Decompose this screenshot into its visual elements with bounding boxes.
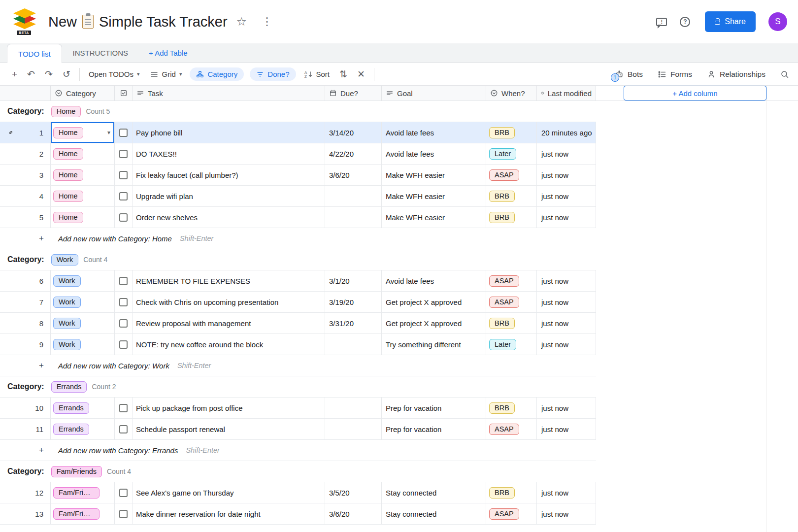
modified-cell[interactable]: just now bbox=[537, 419, 596, 439]
star-icon[interactable]: ☆ bbox=[236, 15, 247, 29]
row-height-icon[interactable]: ⇅ bbox=[334, 69, 352, 79]
done-checkbox[interactable] bbox=[119, 129, 128, 137]
done-checkbox[interactable] bbox=[119, 277, 128, 285]
group-by-button[interactable]: Category bbox=[190, 67, 244, 81]
when-cell[interactable]: ASAP bbox=[486, 165, 537, 185]
modified-cell[interactable]: just now bbox=[537, 186, 596, 206]
task-cell[interactable]: Pay phone bill bbox=[133, 122, 325, 143]
avatar[interactable]: S bbox=[768, 12, 787, 31]
goal-cell[interactable]: Stay connected bbox=[382, 503, 486, 524]
goal-cell[interactable]: Avoid late fees bbox=[382, 122, 486, 143]
add-row[interactable]: + Add new row with Category: Work Shift-… bbox=[0, 355, 596, 376]
due-cell[interactable]: 3/31/20 bbox=[325, 313, 382, 333]
forms-button[interactable]: Forms bbox=[658, 70, 692, 79]
when-cell[interactable]: BRB bbox=[486, 207, 537, 228]
layout-selector[interactable]: Grid ▾ bbox=[145, 70, 187, 79]
due-cell[interactable]: 4/22/20 bbox=[325, 143, 382, 164]
done-checkbox[interactable] bbox=[119, 150, 128, 158]
category-cell[interactable]: Home ▾ bbox=[51, 165, 115, 185]
row-number-cell[interactable]: 9 bbox=[0, 334, 51, 355]
due-cell[interactable]: 3/14/20 bbox=[325, 122, 382, 143]
add-row-toolbar-icon[interactable]: + bbox=[7, 69, 22, 79]
done-checkbox[interactable] bbox=[119, 425, 128, 433]
done-checkbox[interactable] bbox=[119, 171, 128, 179]
when-cell[interactable]: BRB bbox=[486, 482, 537, 503]
done-cell[interactable] bbox=[115, 313, 133, 333]
modified-cell[interactable]: just now bbox=[537, 398, 596, 418]
modified-cell[interactable]: just now bbox=[537, 482, 596, 503]
sort-button[interactable]: A Z Sort bbox=[299, 70, 335, 79]
category-cell[interactable]: Errands ▾ bbox=[51, 398, 115, 418]
column-header-done[interactable] bbox=[115, 86, 133, 100]
row-number-cell[interactable]: 11 bbox=[0, 419, 51, 439]
modified-cell[interactable]: just now bbox=[537, 334, 596, 355]
category-cell[interactable]: Home ▾ bbox=[51, 122, 115, 143]
task-cell[interactable]: Pick up package from post office bbox=[133, 398, 325, 418]
done-cell[interactable] bbox=[115, 334, 133, 355]
due-cell[interactable] bbox=[325, 419, 382, 439]
when-cell[interactable]: BRB bbox=[486, 313, 537, 333]
category-cell[interactable]: Work ▾ bbox=[51, 334, 115, 355]
task-cell[interactable]: Make dinner reservation for date night bbox=[133, 503, 325, 524]
done-cell[interactable] bbox=[115, 165, 133, 185]
row-number-cell[interactable]: 8 bbox=[0, 313, 51, 333]
history-icon[interactable]: ↺ bbox=[58, 69, 75, 79]
row-number-cell[interactable]: 10 bbox=[0, 398, 51, 418]
column-header-goal[interactable]: Goal bbox=[382, 86, 486, 100]
due-cell[interactable] bbox=[325, 186, 382, 206]
done-cell[interactable] bbox=[115, 122, 133, 143]
task-cell[interactable]: Check with Chris on upcoming presentatio… bbox=[133, 292, 325, 312]
done-checkbox[interactable] bbox=[119, 489, 128, 497]
tab-instructions[interactable]: INSTRUCTIONS bbox=[62, 43, 139, 63]
row-number-cell[interactable]: 3 bbox=[0, 165, 51, 185]
when-cell[interactable]: ASAP bbox=[486, 503, 537, 524]
modified-cell[interactable]: just now bbox=[537, 503, 596, 524]
done-checkbox[interactable] bbox=[119, 510, 128, 518]
goal-cell[interactable]: Prep for vacation bbox=[382, 398, 486, 418]
view-selector[interactable]: Open TODOs ▾ bbox=[84, 70, 145, 78]
done-checkbox[interactable] bbox=[119, 340, 128, 349]
done-checkbox[interactable] bbox=[119, 404, 128, 412]
due-cell[interactable]: 3/19/20 bbox=[325, 292, 382, 312]
due-cell[interactable] bbox=[325, 207, 382, 228]
done-cell[interactable] bbox=[115, 270, 133, 291]
modified-cell[interactable]: just now bbox=[537, 313, 596, 333]
done-checkbox[interactable] bbox=[119, 213, 128, 222]
tab-todo-list[interactable]: TODO list bbox=[7, 44, 62, 63]
when-cell[interactable]: Later bbox=[486, 334, 537, 355]
row-number-cell[interactable]: 7 bbox=[0, 292, 51, 312]
when-cell[interactable]: ASAP bbox=[486, 419, 537, 439]
category-cell[interactable]: Home ▾ bbox=[51, 143, 115, 164]
task-cell[interactable]: Review proposal with management bbox=[133, 313, 325, 333]
modified-cell[interactable]: just now bbox=[537, 207, 596, 228]
done-cell[interactable] bbox=[115, 207, 133, 228]
goal-cell[interactable]: Make WFH easier bbox=[382, 165, 486, 185]
column-header-category[interactable]: Category bbox=[51, 86, 115, 100]
done-cell[interactable] bbox=[115, 186, 133, 206]
add-row[interactable]: + Add new row with Category: Home Shift-… bbox=[0, 228, 596, 249]
task-cell[interactable]: REMEMBER TO FILE EXPENSES bbox=[133, 270, 325, 291]
category-cell[interactable]: Errands ▾ bbox=[51, 419, 115, 439]
column-header-modified[interactable]: Last modified bbox=[537, 86, 596, 100]
undo-icon[interactable]: ↶ bbox=[22, 69, 40, 79]
done-cell[interactable] bbox=[115, 143, 133, 164]
goal-cell[interactable]: Make WFH easier bbox=[382, 186, 486, 206]
due-cell[interactable] bbox=[325, 398, 382, 418]
category-cell[interactable]: Home ▾ bbox=[51, 207, 115, 228]
goal-cell[interactable]: Prep for vacation bbox=[382, 419, 486, 439]
done-checkbox[interactable] bbox=[119, 319, 128, 328]
when-cell[interactable]: BRB bbox=[486, 186, 537, 206]
share-button[interactable]: Share bbox=[705, 11, 756, 32]
task-cell[interactable]: Schedule passport renewal bbox=[133, 419, 325, 439]
row-number-cell[interactable]: 2 bbox=[0, 143, 51, 164]
add-column-button[interactable]: + Add column bbox=[624, 86, 766, 100]
due-cell[interactable]: 3/6/20 bbox=[325, 503, 382, 524]
category-cell[interactable]: Home ▾ bbox=[51, 186, 115, 206]
due-cell[interactable] bbox=[325, 334, 382, 355]
modified-cell[interactable]: 20 minutes ago bbox=[537, 122, 596, 143]
clear-view-icon[interactable]: ✕ bbox=[352, 69, 370, 79]
done-cell[interactable] bbox=[115, 292, 133, 312]
modified-cell[interactable]: just now bbox=[537, 165, 596, 185]
row-number-cell[interactable]: 4 bbox=[0, 186, 51, 206]
due-cell[interactable]: 3/1/20 bbox=[325, 270, 382, 291]
